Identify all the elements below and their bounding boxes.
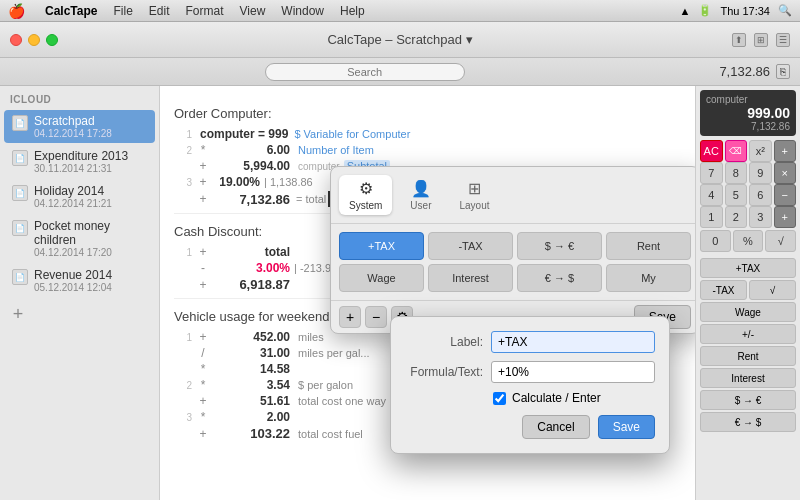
calc-2-button[interactable]: 2 [725, 206, 748, 228]
calculator-panel: computer 999.00 7,132.86 AC ⌫ x² + 7 8 9… [695, 86, 800, 500]
panel-btn-interest[interactable]: Interest [428, 264, 513, 292]
v-linenum-4: 3 [174, 412, 192, 423]
calc-minus-button[interactable]: − [774, 184, 797, 206]
sidebar-item-scratchpad[interactable]: 📄 Scratchpad 04.12.2014 17:28 [4, 110, 155, 143]
calc-rent-btn[interactable]: Rent [700, 346, 796, 366]
calc-0-button[interactable]: 0 [700, 230, 731, 252]
calc-square-button[interactable]: x² [749, 140, 772, 162]
grid-button[interactable]: ⊞ [754, 33, 768, 47]
calc-plus-button[interactable]: + [774, 140, 797, 162]
sidebar-item-holiday[interactable]: 📄 Holiday 2014 04.12.2014 21:21 [4, 180, 155, 213]
panel-btn-tax-minus[interactable]: -TAX [428, 232, 513, 260]
share-button[interactable]: ⬆ [732, 33, 746, 47]
calc-tax-plus-btn[interactable]: +TAX [700, 258, 796, 278]
calc-8-button[interactable]: 8 [725, 162, 748, 184]
calc-3-button[interactable]: 3 [749, 206, 772, 228]
panel-tab-user[interactable]: 👤 User [400, 175, 441, 215]
panel-tab-layout[interactable]: ⊞ Layout [449, 175, 499, 215]
expr-computer: computer = 999 [200, 127, 288, 141]
calc-wage-btn[interactable]: Wage [700, 302, 796, 322]
menu-file[interactable]: File [113, 4, 132, 18]
v-sub2-desc: total cost one way [298, 395, 386, 407]
window-title: CalcTape – Scratchpad ▾ [327, 32, 472, 47]
line-num-3: 3 [174, 177, 192, 188]
calc-plusminus-btn[interactable]: +/- [700, 324, 796, 344]
copy-icon[interactable]: ⎘ [776, 64, 790, 79]
calculate-checkbox[interactable] [493, 392, 506, 405]
expenditure-date: 30.11.2014 21:31 [34, 163, 147, 174]
op-2: * [196, 143, 210, 157]
scratchpad-icon: 📄 [12, 115, 28, 131]
close-button[interactable] [10, 34, 22, 46]
scratchpad-content: Scratchpad 04.12.2014 17:28 [34, 114, 147, 139]
dialog-cancel-button[interactable]: Cancel [522, 415, 589, 439]
cash-pct: 3.00% [210, 261, 290, 275]
panel-btn-dollar-euro[interactable]: $ → € [517, 232, 602, 260]
add-document-button[interactable]: + [8, 304, 28, 324]
sidebar-toggle[interactable]: ☰ [776, 33, 790, 47]
calc-ac-button[interactable]: AC [700, 140, 723, 162]
label-input[interactable] [491, 331, 655, 353]
v-val-4: 2.00 [210, 410, 290, 424]
menu-window[interactable]: Window [281, 4, 324, 18]
subtotal-op: + [196, 159, 210, 173]
sidebar-item-pocket[interactable]: 📄 Pocket money children 04.12.2014 17:20 [4, 215, 155, 262]
total-plus: + [196, 192, 210, 206]
searchbar: 7,132.86 ⎘ [0, 58, 800, 86]
revenue-icon: 📄 [12, 269, 28, 285]
calc-special-grid: -TAX √ [700, 279, 796, 301]
cash-op-2: - [196, 261, 210, 275]
search-input[interactable] [265, 63, 465, 81]
panel-btn-rent[interactable]: Rent [606, 232, 691, 260]
app-menu-name[interactable]: CalcTape [45, 4, 97, 18]
calc-5-button[interactable]: 5 [725, 184, 748, 206]
menu-edit[interactable]: Edit [149, 4, 170, 18]
calc-6-button[interactable]: 6 [749, 184, 772, 206]
panel-btn-my[interactable]: My [606, 264, 691, 292]
v-total-desc: total cost fuel [298, 428, 363, 440]
apple-menu[interactable]: 🍎 [8, 3, 25, 19]
calc-percent-button[interactable]: % [733, 230, 764, 252]
calc-7-button[interactable]: 7 [700, 162, 723, 184]
cash-op-1: + [196, 245, 210, 259]
cash-linenum-1: 1 [174, 247, 192, 258]
formula-input[interactable] [491, 361, 655, 383]
calc-1-button[interactable]: 1 [700, 206, 723, 228]
panel-btn-euro-dollar[interactable]: € → $ [517, 264, 602, 292]
dialog-save-button[interactable]: Save [598, 415, 655, 439]
panel-remove-button[interactable]: − [365, 306, 387, 328]
menu-help[interactable]: Help [340, 4, 365, 18]
calc-4-button[interactable]: 4 [700, 184, 723, 206]
calc-multiply-button[interactable]: × [774, 162, 797, 184]
holiday-date: 04.12.2014 21:21 [34, 198, 147, 209]
sidebar-item-expenditure[interactable]: 📄 Expenditure 2013 30.11.2014 21:31 [4, 145, 155, 178]
search-container [10, 63, 719, 81]
calc-interest-btn[interactable]: Interest [700, 368, 796, 388]
panel-btn-tax-plus[interactable]: +TAX [339, 232, 424, 260]
calc-sqrt-button[interactable]: √ [765, 230, 796, 252]
calc-backspace-button[interactable]: ⌫ [725, 140, 748, 162]
traffic-lights [10, 34, 58, 46]
menubar-search[interactable]: 🔍 [778, 4, 792, 17]
calc-9-button[interactable]: 9 [749, 162, 772, 184]
panel-add-button[interactable]: + [339, 306, 361, 328]
v-sub2-val: 51.61 [210, 394, 290, 408]
desc-variable: $ Variable for Computer [294, 128, 410, 140]
calc-sqrt-special-btn[interactable]: √ [749, 280, 796, 300]
line-num-2: 2 [174, 145, 192, 156]
calc-tax-minus-btn[interactable]: -TAX [700, 280, 747, 300]
calc-dollar-euro-btn[interactable]: $ → € [700, 390, 796, 410]
maximize-button[interactable] [46, 34, 58, 46]
expenditure-icon: 📄 [12, 150, 28, 166]
sidebar-item-revenue[interactable]: 📄 Revenue 2014 05.12.2014 12:04 [4, 264, 155, 297]
calc-enter-button[interactable]: + [774, 206, 797, 228]
menu-view[interactable]: View [240, 4, 266, 18]
tape-row-2: 2 * 6.00 Number of Item [174, 143, 681, 157]
v-val-3: 3.54 [210, 378, 290, 392]
calc-buttons-row3: 4 5 6 − [700, 184, 796, 206]
minimize-button[interactable] [28, 34, 40, 46]
calc-euro-dollar-btn[interactable]: € → $ [700, 412, 796, 432]
panel-tab-system[interactable]: ⚙ System [339, 175, 392, 215]
menu-format[interactable]: Format [186, 4, 224, 18]
panel-btn-wage[interactable]: Wage [339, 264, 424, 292]
